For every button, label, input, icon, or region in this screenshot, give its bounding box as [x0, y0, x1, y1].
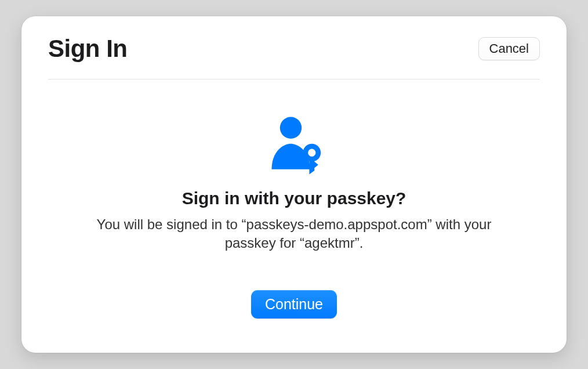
prompt-message: You will be signed in to “passkeys-demo.…	[74, 215, 514, 253]
cancel-button[interactable]: Cancel	[478, 37, 540, 60]
dialog-header: Sign In Cancel	[48, 16, 540, 79]
prompt-title: Sign in with your passkey?	[182, 189, 406, 208]
sign-in-dialog: Sign In Cancel Sign in with your passkey…	[21, 16, 567, 353]
dialog-body: Sign in with your passkey? You will be s…	[48, 79, 540, 353]
continue-button[interactable]: Continue	[251, 290, 337, 319]
dialog-title: Sign In	[48, 35, 128, 63]
person-key-icon	[262, 113, 326, 177]
svg-point-0	[280, 117, 302, 139]
